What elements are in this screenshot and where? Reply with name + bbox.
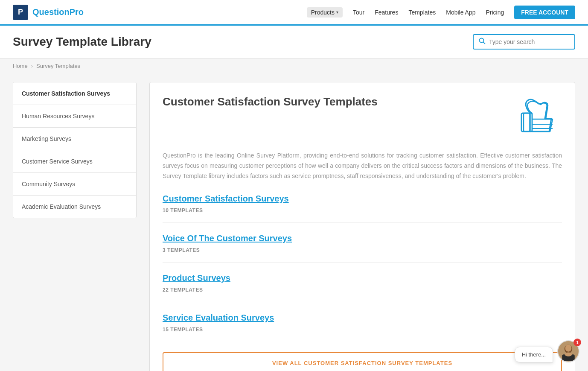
view-all-button[interactable]: VIEW ALL CUSTOMER SATISFACTION SURVEY TE… <box>163 352 562 371</box>
breadcrumb-home[interactable]: Home <box>13 63 28 69</box>
free-account-button[interactable]: FREE ACCOUNT <box>514 6 575 19</box>
sidebar-item-community[interactable]: Community Surveys <box>13 173 136 196</box>
chat-widget: Hi there... 1 <box>515 340 579 362</box>
survey-section-1: Voice Of The Customer Surveys 3 TEMPLATE… <box>163 234 562 263</box>
template-count-1: 3 TEMPLATES <box>163 247 200 253</box>
svg-point-11 <box>565 353 572 356</box>
sidebar-item-academic-evaluation[interactable]: Academic Evaluation Surveys <box>13 196 136 218</box>
sidebar-item-customer-satisfaction[interactable]: Customer Satisfaction Surveys <box>13 82 136 105</box>
content-area: Customer Satisfaction Survey Templates Q… <box>149 82 575 371</box>
content-header: Customer Satisfaction Survey Templates <box>163 95 562 142</box>
sidebar-item-customer-service[interactable]: Customer Service Surveys <box>13 150 136 173</box>
template-count-2: 22 TEMPLATES <box>163 287 203 293</box>
survey-section-0: Customer Satisfaction Surveys 10 TEMPLAT… <box>163 194 562 223</box>
search-box[interactable] <box>473 34 575 50</box>
survey-link-0[interactable]: Customer Satisfaction Surveys <box>163 194 562 204</box>
template-count-0: 10 TEMPLATES <box>163 207 203 213</box>
breadcrumb-separator: › <box>31 63 33 69</box>
content-description: QuestionPro is the leading Online Survey… <box>163 151 562 181</box>
nav-templates[interactable]: Templates <box>408 9 436 16</box>
header: P QuestionPro Products ▾ Tour Features T… <box>0 0 588 26</box>
sidebar-item-marketing[interactable]: Marketing Surveys <box>13 128 136 150</box>
sidebar-card: Customer Satisfaction Surveys Human Reso… <box>13 82 137 218</box>
sidebar-item-human-resources[interactable]: Human Resources Surveys <box>13 105 136 128</box>
svg-line-1 <box>483 42 485 44</box>
main-content: Customer Satisfaction Surveys Human Reso… <box>0 73 588 371</box>
content-title: Customer Satisfaction Survey Templates <box>163 95 378 108</box>
nav-tour[interactable]: Tour <box>353 9 364 16</box>
survey-section-3: Service Evaluation Surveys 15 TEMPLATES <box>163 313 562 342</box>
chevron-down-icon: ▾ <box>336 10 338 15</box>
breadcrumb: Home › Survey Templates <box>0 58 588 73</box>
survey-link-3[interactable]: Service Evaluation Surveys <box>163 313 562 323</box>
nav-features[interactable]: Features <box>375 9 398 16</box>
page-header: Survey Template Library <box>0 26 588 58</box>
nav-mobile-app[interactable]: Mobile App <box>446 9 475 16</box>
logo-text: QuestionPro <box>32 7 84 17</box>
logo-icon: P <box>13 5 28 20</box>
chat-bubble[interactable]: Hi there... <box>515 347 553 362</box>
sidebar: Customer Satisfaction Surveys Human Reso… <box>13 82 137 371</box>
page-title: Survey Template Library <box>13 35 151 49</box>
breadcrumb-current: Survey Templates <box>36 63 80 69</box>
survey-section-2: Product Surveys 22 TEMPLATES <box>163 273 562 302</box>
nav-pricing[interactable]: Pricing <box>486 9 504 16</box>
chat-badge: 1 <box>573 339 581 346</box>
logo-area: P QuestionPro <box>13 5 84 20</box>
template-count-3: 15 TEMPLATES <box>163 327 203 333</box>
svg-rect-3 <box>524 113 532 131</box>
search-icon <box>479 38 486 46</box>
chat-avatar-wrapper[interactable]: 1 <box>557 340 579 362</box>
survey-link-2[interactable]: Product Surveys <box>163 273 562 283</box>
survey-link-1[interactable]: Voice Of The Customer Surveys <box>163 234 562 243</box>
search-input[interactable] <box>489 38 569 45</box>
main-nav: Products ▾ Tour Features Templates Mobil… <box>307 6 575 19</box>
nav-products[interactable]: Products ▾ <box>307 7 343 18</box>
svg-rect-2 <box>521 113 530 131</box>
svg-point-9 <box>565 345 572 352</box>
thumbs-up-icon <box>515 95 562 142</box>
